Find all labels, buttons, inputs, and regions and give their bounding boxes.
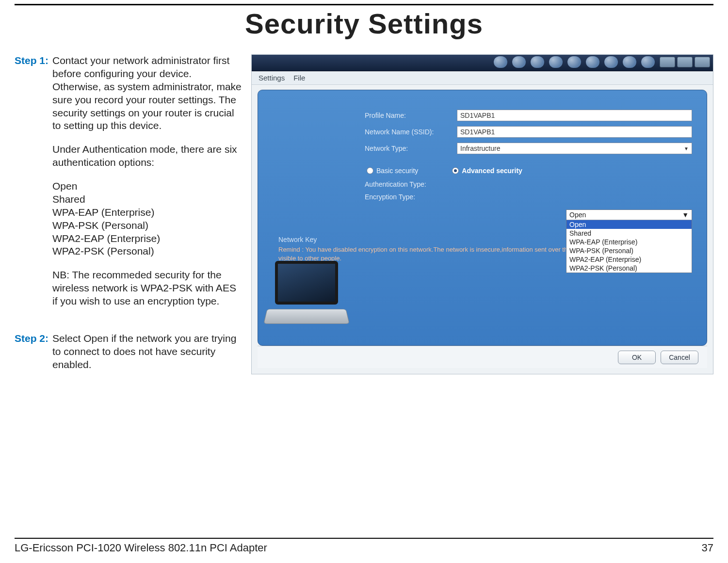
auth-option-shared[interactable]: Shared — [566, 229, 692, 238]
step-1-label: Step 1: — [15, 54, 52, 319]
minimize-button[interactable] — [660, 57, 675, 67]
network-type-value: Infrastructure — [460, 145, 500, 152]
radio-advanced-security[interactable]: Advanced security — [452, 167, 522, 175]
page-title: Security Settings — [15, 7, 713, 40]
laptop-icon — [263, 261, 350, 343]
ssid-label: Network Name (SSID): — [365, 128, 457, 136]
profile-name-label: Profile Name: — [365, 112, 457, 119]
footer-product: LG-Ericsson PCI-1020 Wireless 802.11n PC… — [15, 542, 267, 554]
auth-type-value: Open — [569, 211, 586, 219]
radio-advanced-label: Advanced security — [462, 167, 522, 175]
settings-panel: Profile Name: Network Name (SSID): Netwo… — [258, 90, 707, 346]
list-item: WPA2-PSK (Personal) — [52, 245, 243, 258]
cancel-button[interactable]: Cancel — [661, 351, 698, 364]
network-key-label: Network Key — [278, 236, 317, 243]
auth-option-wpa-eap[interactable]: WPA-EAP (Enterprise) — [566, 238, 692, 246]
list-item: WPA-EAP (Enterprise) — [52, 206, 243, 219]
auth-option-open[interactable]: Open — [566, 220, 692, 229]
radio-basic-label: Basic security — [376, 167, 418, 175]
step-1-p2: Under Authentication mode, there are six… — [52, 143, 243, 169]
step-2-label: Step 2: — [15, 332, 52, 382]
menu-bar: Settings File — [252, 71, 713, 85]
radio-basic-security[interactable]: Basic security — [367, 167, 418, 175]
auth-options-list: Open Shared WPA-EAP (Enterprise) WPA-PSK… — [52, 180, 243, 258]
network-type-select[interactable]: Infrastructure ▼ — [457, 143, 692, 154]
list-item: WPA-PSK (Personal) — [52, 219, 243, 232]
auth-option-wpa2-eap[interactable]: WPA2-EAP (Enterprise) — [566, 255, 692, 264]
step-2-p1: Select Open if the network you are tryin… — [52, 332, 243, 371]
ok-button[interactable]: OK — [618, 351, 656, 364]
list-item: WPA2-EAP (Enterprise) — [52, 232, 243, 245]
ssid-input[interactable] — [457, 126, 692, 138]
auth-type-label: Authentication Type: — [365, 180, 457, 188]
chevron-down-icon: ▼ — [682, 211, 689, 219]
list-item: Open — [52, 180, 243, 193]
settings-dialog: Settings File Profile Name: Network Name… — [251, 54, 713, 374]
auth-option-wpa-psk[interactable]: WPA-PSK (Personal) — [566, 246, 692, 255]
profile-name-input[interactable] — [457, 110, 692, 121]
network-type-label: Network Type: — [365, 145, 457, 152]
footer-page-number: 37 — [702, 542, 713, 554]
auth-option-wpa2-psk[interactable]: WPA2-PSK (Personal) — [566, 264, 692, 273]
menu-file[interactable]: File — [293, 74, 305, 82]
instructions-column: Step 1: Contact your network administrat… — [15, 54, 243, 396]
encryption-type-label: Encryption Type: — [365, 193, 457, 201]
list-item: Shared — [52, 193, 243, 206]
step-1-note: NB: The recommeded security for the wire… — [52, 269, 243, 308]
chevron-down-icon: ▼ — [684, 146, 689, 151]
maximize-button[interactable] — [677, 57, 693, 67]
auth-type-select[interactable]: Open ▼ Open Shared WPA-EAP (Enterprise) … — [566, 209, 692, 273]
close-button[interactable] — [695, 57, 710, 67]
menu-settings[interactable]: Settings — [259, 74, 285, 82]
window-titlebar[interactable] — [252, 55, 713, 71]
step-1-p1: Contact your network administrator first… — [52, 54, 243, 132]
